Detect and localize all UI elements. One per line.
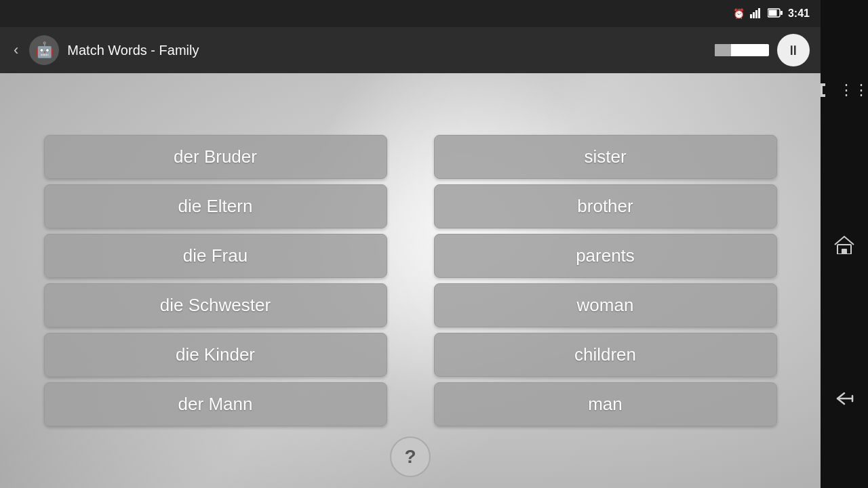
right-word-btn[interactable]: woman: [434, 283, 777, 327]
progress-bar: [715, 44, 769, 56]
game-area: der Bruderdie Elterndie Fraudie Schweste…: [0, 73, 821, 488]
progress-fill: [715, 44, 731, 56]
svg-rect-3: [758, 8, 760, 18]
right-word-btn[interactable]: brother: [434, 184, 777, 228]
help-button[interactable]: ?: [390, 436, 431, 477]
header: ‹ 🤖 Match Words - Family ⏸: [0, 27, 821, 73]
left-word-btn[interactable]: der Mann: [44, 382, 387, 426]
right-word-btn[interactable]: children: [434, 333, 777, 377]
signal-icon: [750, 7, 762, 20]
svg-rect-11: [842, 249, 847, 254]
left-word-btn[interactable]: die Frau: [44, 234, 387, 278]
alarm-icon: ⏰: [733, 8, 745, 19]
home-icon[interactable]: [833, 235, 855, 254]
svg-rect-2: [755, 10, 757, 18]
word-columns: der Bruderdie Elterndie Fraudie Schweste…: [0, 73, 821, 488]
left-column: der Bruderdie Elterndie Fraudie Schweste…: [44, 135, 387, 426]
time-display: 3:41: [788, 7, 810, 20]
svg-rect-5: [768, 9, 776, 16]
left-word-btn[interactable]: die Kinder: [44, 333, 387, 377]
page-title: Match Words - Family: [67, 43, 707, 58]
battery-icon: [768, 8, 783, 20]
right-column: sisterbrotherparentswomanchildrenman: [434, 135, 777, 426]
right-word-btn[interactable]: sister: [434, 135, 777, 179]
left-word-btn[interactable]: die Schwester: [44, 283, 387, 327]
nav-sidebar: ⋮⋮: [821, 0, 868, 488]
back-nav-icon[interactable]: [833, 390, 855, 407]
right-word-btn[interactable]: man: [434, 382, 777, 426]
back-button[interactable]: ‹: [11, 39, 21, 62]
menu-icon[interactable]: ⋮⋮: [820, 81, 868, 99]
svg-rect-0: [750, 14, 752, 18]
status-bar: ⏰ 3:41: [0, 0, 821, 27]
left-word-btn[interactable]: der Bruder: [44, 135, 387, 179]
right-word-btn[interactable]: parents: [434, 234, 777, 278]
svg-rect-6: [781, 11, 783, 15]
svg-rect-9: [820, 94, 825, 97]
svg-rect-1: [753, 12, 755, 18]
left-word-btn[interactable]: die Eltern: [44, 184, 387, 228]
app-icon: 🤖: [29, 35, 59, 65]
pause-button[interactable]: ⏸: [777, 34, 810, 66]
